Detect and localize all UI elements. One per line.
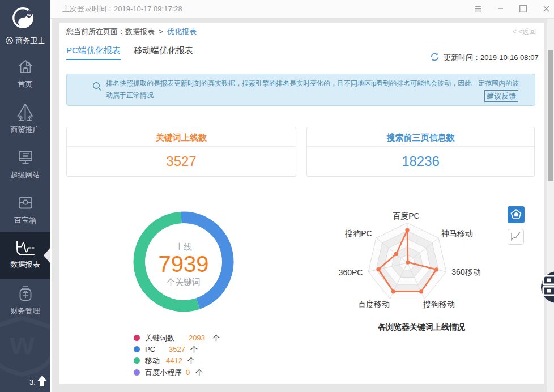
svg-text:A: A (7, 38, 11, 43)
svg-text:w: w (9, 325, 35, 361)
svg-text:w: w (27, 12, 32, 18)
